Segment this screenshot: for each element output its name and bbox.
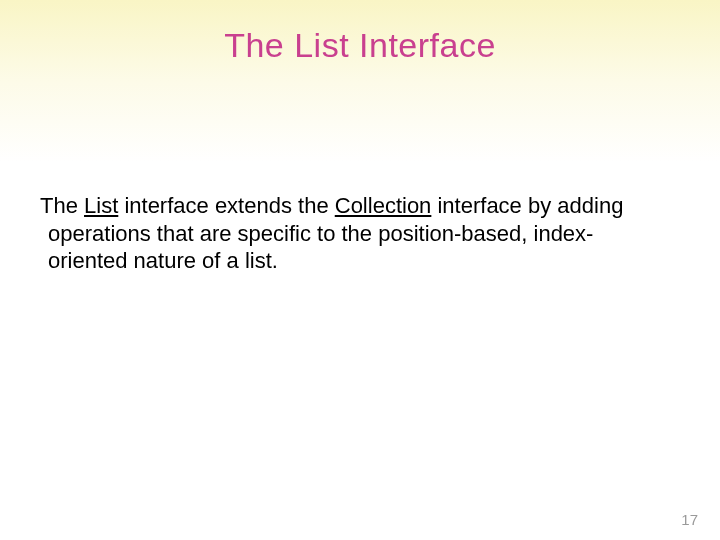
link-collection[interactable]: Collection [335,193,432,218]
body-text: The List interface extends the Collectio… [40,192,660,275]
text-segment-pre: The [40,193,84,218]
text-segment-mid: interface extends the [118,193,334,218]
link-list[interactable]: List [84,193,118,218]
page-number: 17 [681,511,698,528]
slide-title: The List Interface [0,0,720,65]
body-paragraph: The List interface extends the Collectio… [40,192,660,275]
